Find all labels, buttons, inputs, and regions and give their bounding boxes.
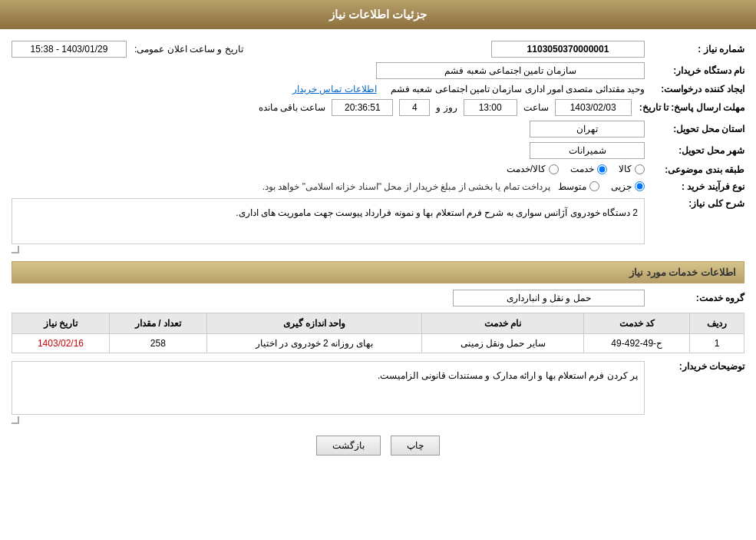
now-farayand-value-container: جزیی متوسط پرداخت تمام یا بخشی از مبلغ خ… (12, 181, 645, 192)
baqi-mande-field: 20:36:51 (332, 99, 393, 116)
button-row: چاپ بازگشت (12, 436, 744, 456)
col-kod: کد خدمت (584, 313, 690, 333)
shahr-label: شهر محل تحویل: (645, 145, 744, 156)
row-tabaqe: طبقه بندی موضوعی: کالا خدمت کالا/خدمت (12, 164, 744, 177)
row-ijad-konande: ایجاد کننده درخواست: وحید مقتدائی متصدی … (12, 84, 744, 94)
row-nam-dastgah: نام دستگاه خریدار: سازمان تامین اجتماعی … (12, 62, 744, 79)
radio-khadamat-input[interactable] (597, 164, 607, 174)
row-sharh: شرح کلی نیاز: 2 دستگاه خودروی آژانس سوار… (12, 198, 744, 253)
etelaaat-link[interactable]: اطلاعات تماس خریدار (292, 84, 377, 94)
tawsiyat-resize-handle[interactable] (12, 416, 19, 424)
tabaqe-value-container: کالا خدمت کالا/خدمت (12, 164, 645, 177)
tawsiyat-label: توضیحات خریدار: (645, 361, 744, 372)
row-grooh: گروه خدمت: حمل و نقل و انبارداری (12, 290, 744, 306)
resize-handle[interactable] (12, 246, 19, 253)
tawsiyat-value-container: پر کردن فرم استعلام بها و ارائه مدارک و … (12, 361, 645, 424)
row-mohlat: مهلت ارسال پاسخ: تا تاریخ: 1403/02/03 سا… (12, 99, 744, 116)
ijad-konande-value: وحید مقتدائی متصدی امور اداری سازمان تام… (391, 84, 645, 94)
ijad-konande-label: ایجاد کننده درخواست: (645, 84, 744, 94)
radio-kala: کالا (619, 164, 645, 174)
table-row: 1 ح-49-492-49 سایر حمل ونقل زمینی بهای ر… (12, 333, 744, 353)
saaat-field: 13:00 (464, 99, 517, 116)
col-radif: ردیف (690, 313, 744, 333)
khadamat-section-title: اطلاعات خدمات مورد نیاز (12, 261, 744, 283)
radio-khadamat: خدمت (570, 164, 607, 174)
mohlat-value-container: 1403/02/03 ساعت 13:00 روز و 4 20:36:51 س… (12, 99, 632, 116)
tarikh-elaan-label: تاریخ و ساعت اعلان عمومی: (134, 44, 243, 55)
table-header-row: ردیف کد خدمت نام خدمت واحد اندازه گیری ت… (12, 313, 744, 333)
cell-vahed: بهای روزانه 2 خودروی در اختیار (206, 333, 422, 353)
page-header: جزئیات اطلاعات نیاز (0, 0, 756, 29)
radio-jozyi: جزیی (611, 181, 645, 192)
row-ostan: استان محل تحویل: تهران (12, 121, 744, 137)
tawsiyat-content: پر کردن فرم استعلام بها و ارائه مدارک و … (12, 361, 645, 415)
radio-kala-input[interactable] (635, 164, 645, 174)
cell-tarikh: 1403/02/16 (12, 333, 110, 353)
shahr-value: شمیرانات (530, 142, 645, 159)
shomara-value: 1103050370000001 (491, 41, 645, 58)
mohlat-label: مهلت ارسال پاسخ: تا تاریخ: (632, 102, 744, 113)
baqi-mande-label: ساعت باقی مانده (259, 102, 326, 113)
nam-dastgah-value-container: سازمان تامین اجتماعی شعبه فشم (12, 62, 645, 79)
col-tarikh: تاریخ نیاز (12, 313, 110, 333)
tabaqe-radio-group: کالا خدمت کالا/خدمت (507, 164, 645, 174)
radio-kala-khadamat: کالا/خدمت (507, 164, 559, 174)
radio-kala-khadamat-input[interactable] (549, 164, 559, 174)
radio-kala-label: کالا (619, 164, 632, 174)
col-tedad: تعداد / مقدار (109, 313, 206, 333)
shomara-value-container: 1103050370000001 (259, 41, 645, 58)
row-shahr: شهر محل تحویل: شمیرانات (12, 142, 744, 159)
chap-button[interactable]: چاپ (391, 436, 440, 456)
grooh-label: گروه خدمت: (645, 293, 744, 303)
ostan-value-container: تهران (12, 121, 645, 137)
radio-motavaset: متوسط (558, 181, 599, 192)
cell-radif: 1 (690, 333, 744, 353)
farayand-desc: پرداخت تمام یا بخشی از مبلغ خریدار از مح… (262, 181, 550, 192)
table-header: ردیف کد خدمت نام خدمت واحد اندازه گیری ت… (12, 313, 744, 333)
table-body: 1 ح-49-492-49 سایر حمل ونقل زمینی بهای ر… (12, 333, 744, 353)
main-content: شماره نیاز : 1103050370000001 تاریخ و سا… (0, 29, 756, 479)
now-farayand-label: نوع فرآیند خرید : (645, 181, 744, 192)
cell-tedad: 258 (109, 333, 206, 353)
saaat-label: ساعت (523, 102, 549, 113)
tabaqe-label: طبقه بندی موضوعی: (645, 164, 744, 175)
col-vahed: واحد اندازه گیری (206, 313, 422, 333)
rooz-field: 4 (399, 99, 430, 116)
bazgasht-button[interactable]: بازگشت (316, 436, 381, 456)
radio-jozyi-label: جزیی (611, 181, 632, 192)
ostan-value: تهران (530, 121, 645, 137)
grooh-value-container: حمل و نقل و انبارداری (12, 290, 645, 306)
cell-nam: سایر حمل ونقل زمینی (422, 333, 584, 353)
nam-dastgah-value: سازمان تامین اجتماعی شعبه فشم (376, 62, 645, 79)
ostan-label: استان محل تحویل: (645, 124, 744, 134)
sharh-value-container: 2 دستگاه خودروی آژانس سواری به شرح فرم ا… (12, 198, 645, 253)
radio-motavaset-input[interactable] (589, 181, 599, 191)
row-now-farayand: نوع فرآیند خرید : جزیی متوسط پرداخت تمام… (12, 181, 744, 192)
shomara-label: شماره نیاز : (645, 44, 744, 55)
radio-jozyi-input[interactable] (635, 181, 645, 191)
sharh-content: 2 دستگاه خودروی آژانس سواری به شرح فرم ا… (12, 198, 645, 244)
farayand-radio-group: جزیی متوسط (558, 181, 645, 192)
radio-motavaset-label: متوسط (558, 181, 586, 192)
rooz-label: روز و (436, 102, 457, 113)
tarikh-field: 1403/02/03 (555, 99, 632, 116)
cell-kod: ح-49-492-49 (584, 333, 690, 353)
radio-khadamat-label: خدمت (570, 164, 594, 174)
services-table: ردیف کد خدمت نام خدمت واحد اندازه گیری ت… (12, 313, 744, 353)
page-container: جزئیات اطلاعات نیاز شماره نیاز : 1103050… (0, 0, 756, 540)
tarikh-elaan-value: 1403/01/29 - 15:38 (12, 41, 127, 58)
shahr-value-container: شمیرانات (12, 142, 645, 159)
row-tawsiyat: توضیحات خریدار: پر کردن فرم استعلام بها … (12, 361, 744, 424)
col-nam: نام خدمت (422, 313, 584, 333)
sharh-label: شرح کلی نیاز: (645, 198, 744, 209)
radio-kala-khadamat-label: کالا/خدمت (507, 164, 546, 174)
ijad-konande-value-container: وحید مقتدائی متصدی امور اداری سازمان تام… (12, 84, 645, 94)
grooh-value: حمل و نقل و انبارداری (453, 290, 645, 306)
row-shomara: شماره نیاز : 1103050370000001 تاریخ و سا… (12, 41, 744, 58)
header-title: جزئیات اطلاعات نیاز (329, 8, 427, 21)
nam-dastgah-label: نام دستگاه خریدار: (645, 65, 744, 76)
